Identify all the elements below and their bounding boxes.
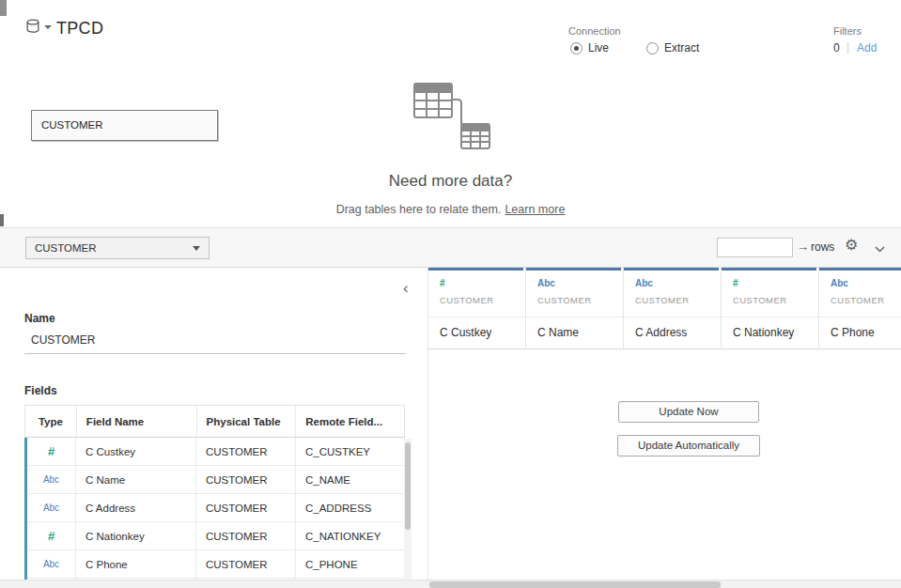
grid-field-name: C Phone xyxy=(819,317,901,339)
fields-scrollbar-thumb[interactable] xyxy=(405,442,411,530)
table-select-value: CUSTOMER xyxy=(35,242,97,254)
update-automatically-button[interactable]: Update Automatically xyxy=(617,435,760,456)
grid-column-meta: #CUSTOMER xyxy=(722,271,818,317)
name-label: Name xyxy=(24,312,55,325)
table-select-dropdown[interactable]: CUSTOMER xyxy=(25,237,210,259)
field-type-icon: # xyxy=(27,438,76,465)
grid-field-type-icon: Abc xyxy=(831,279,901,288)
update-now-button[interactable]: Update Now xyxy=(618,401,759,423)
field-name: C Nationkey xyxy=(76,522,196,549)
empty-state-subtitle: Drag tables here to relate them.Learn mo… xyxy=(0,203,901,216)
grid-field-name: C Address xyxy=(624,317,721,339)
grid-column-meta: AbcCUSTOMER xyxy=(526,271,623,317)
field-name: C Name xyxy=(76,466,196,493)
field-name: C Phone xyxy=(76,550,196,578)
field-remote-name: C_CUSTKEY xyxy=(296,438,404,465)
datasource-menu-caret-icon[interactable] xyxy=(44,25,52,29)
filters-label: Filters xyxy=(833,25,862,37)
grid-field-name: C Name xyxy=(526,317,623,339)
grid-column-header[interactable]: AbcCUSTOMERC Phone xyxy=(819,268,901,349)
grid-column-meta: AbcCUSTOMER xyxy=(819,271,901,317)
grid-column-header[interactable]: AbcCUSTOMERC Name xyxy=(526,268,624,349)
data-preview-grid: #CUSTOMERC CustkeyAbcCUSTOMERC NameAbcCU… xyxy=(427,268,901,580)
filters-divider: | xyxy=(847,40,849,54)
gear-icon[interactable]: ⚙ xyxy=(845,238,858,253)
field-name: C Custkey xyxy=(76,438,196,465)
fields-table-header: TypeField NamePhysical TableRemote Field… xyxy=(24,405,405,438)
datasource-title: TPCD xyxy=(56,19,103,39)
radio-extract-icon[interactable] xyxy=(646,42,659,54)
field-row[interactable]: AbcC PhoneCUSTOMERC_PHONE xyxy=(27,550,405,579)
connection-live-radio[interactable]: Live xyxy=(570,41,609,54)
horizontal-scrollbar-track[interactable] xyxy=(0,580,901,588)
filters-add-link[interactable]: Add xyxy=(857,41,877,54)
datasource-icon[interactable] xyxy=(24,18,41,38)
fields-label: Fields xyxy=(24,384,57,397)
field-row[interactable]: AbcC NameCUSTOMERC_NAME xyxy=(27,466,405,494)
grid-field-name: C Custkey xyxy=(428,317,525,339)
grid-column-header[interactable]: #CUSTOMERC Nationkey xyxy=(722,268,819,349)
rows-input[interactable] xyxy=(717,238,793,257)
fields-column-header[interactable]: Type xyxy=(25,406,77,437)
field-physical-table: CUSTOMER xyxy=(196,466,296,493)
learn-more-link[interactable]: Learn more xyxy=(505,203,565,216)
grid-table-label: CUSTOMER xyxy=(440,295,525,305)
field-physical-table: CUSTOMER xyxy=(196,494,296,521)
field-physical-table: CUSTOMER xyxy=(196,522,296,549)
fields-column-header[interactable]: Remote Field... xyxy=(296,406,404,437)
grid-column-meta: #CUSTOMER xyxy=(428,271,525,317)
fields-table-body: #C CustkeyCUSTOMERC_CUSTKEYAbcC NameCUST… xyxy=(24,438,405,588)
field-physical-table: CUSTOMER xyxy=(196,550,296,578)
connection-label: Connection xyxy=(568,25,621,37)
chevron-down-icon[interactable] xyxy=(875,242,885,255)
grid-field-type-icon: Abc xyxy=(537,279,623,288)
field-type-icon: # xyxy=(27,522,76,549)
grid-table-label: CUSTOMER xyxy=(537,295,623,305)
field-type-icon: Abc xyxy=(27,466,76,493)
collapse-panel-chevron-icon[interactable]: ‹ xyxy=(403,280,409,296)
rows-arrow-icon: → xyxy=(797,240,809,254)
field-type-icon: Abc xyxy=(27,550,76,578)
select-caret-icon xyxy=(193,246,200,251)
fields-column-header[interactable]: Physical Table xyxy=(197,406,297,437)
grid-table-label: CUSTOMER xyxy=(831,295,901,305)
field-row[interactable]: #C NationkeyCUSTOMERC_NATIONKEY xyxy=(27,522,405,550)
field-row[interactable]: #C CustkeyCUSTOMERC_CUSTKEY xyxy=(27,438,405,466)
radio-extract-label: Extract xyxy=(664,41,699,54)
grid-field-type-icon: Abc xyxy=(635,279,721,288)
grid-column-header[interactable]: AbcCUSTOMERC Address xyxy=(624,268,722,349)
connection-extract-radio[interactable]: Extract xyxy=(646,41,699,54)
grid-column-meta: AbcCUSTOMER xyxy=(624,271,721,317)
rows-label: rows xyxy=(811,240,834,254)
grid-column-header[interactable]: #CUSTOMERC Custkey xyxy=(428,268,526,349)
field-remote-name: C_PHONE xyxy=(296,550,404,578)
grid-toolbar: CUSTOMER → rows ⚙ xyxy=(0,227,901,268)
fields-scrollbar-track[interactable] xyxy=(404,439,412,580)
fields-table: TypeField NamePhysical TableRemote Field… xyxy=(24,405,405,588)
grid-field-type-icon: # xyxy=(440,279,525,288)
grid-field-name: C Nationkey xyxy=(722,317,818,339)
grid-field-type-icon: # xyxy=(733,279,818,288)
field-name: C Address xyxy=(76,494,196,521)
field-remote-name: C_NATIONKEY xyxy=(296,522,404,549)
field-remote-name: C_ADDRESS xyxy=(296,494,404,521)
collapsed-pane-edge-top xyxy=(0,0,7,16)
data-grid-header: #CUSTOMERC CustkeyAbcCUSTOMERC NameAbcCU… xyxy=(428,268,901,349)
empty-state-title: Need more data? xyxy=(0,172,901,191)
datasource-page: TPCD Connection Live Extract Filters 0 |… xyxy=(0,0,901,588)
horizontal-scrollbar-thumb[interactable] xyxy=(429,581,721,588)
field-type-icon: Abc xyxy=(27,494,76,521)
name-value[interactable]: CUSTOMER xyxy=(31,333,95,347)
field-row[interactable]: AbcC AddressCUSTOMERC_ADDRESS xyxy=(27,494,405,522)
grid-table-label: CUSTOMER xyxy=(635,295,721,305)
radio-live-label: Live xyxy=(588,41,609,54)
grid-table-label: CUSTOMER xyxy=(733,295,818,305)
tables-illustration-icon xyxy=(413,83,500,156)
field-remote-name: C_NAME xyxy=(296,466,404,493)
field-physical-table: CUSTOMER xyxy=(196,438,296,465)
name-field-underline xyxy=(24,353,406,354)
fields-column-header[interactable]: Field Name xyxy=(77,406,197,437)
radio-live-icon[interactable] xyxy=(570,42,583,54)
logical-table-customer[interactable]: CUSTOMER xyxy=(31,110,218,141)
drag-tables-text: Drag tables here to relate them. xyxy=(336,203,502,216)
